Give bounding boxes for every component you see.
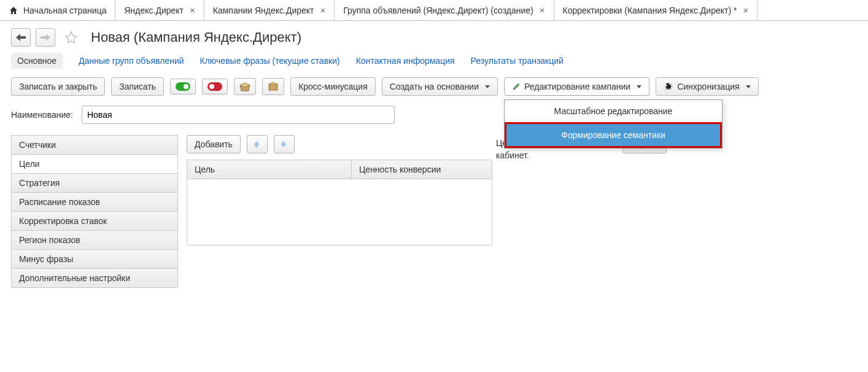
name-row: Наименование: [0,106,868,135]
side-item-goals[interactable]: Цели [12,155,177,174]
svg-point-1 [665,83,672,90]
name-input[interactable] [82,106,395,124]
move-down-button[interactable] [274,135,295,153]
sync-icon [664,82,673,91]
side-item-bid-adjust[interactable]: Корректировка ставок [12,212,177,231]
side-item-schedule[interactable]: Расписание показов [12,193,177,212]
box-open-button[interactable] [234,78,256,95]
section-link-transactions[interactable]: Результаты транзакций [471,56,564,66]
edit-campaign-dropdown-wrap: Редактирование кампании Масштабное редак… [504,77,649,96]
chevron-down-icon [637,85,641,88]
tab-label: Корректировки (Кампания Яндекс.Директ) * [563,6,737,15]
nav-forward-button[interactable] [36,28,55,47]
save-close-button[interactable]: Записать и закрыть [11,77,105,96]
main-area: Счетчики Цели Стратегия Расписание показ… [0,135,868,288]
toolbar: Записать и закрыть Записать Кросс-минуса… [0,77,868,106]
tab-yandex-direct[interactable]: Яндекс.Директ × [115,0,204,20]
toggle-on-icon [176,82,190,91]
tab-adjustments[interactable]: Корректировки (Кампания Яндекс.Директ) *… [554,0,758,20]
tab-label: Яндекс.Директ [124,6,184,15]
tab-label: Кампании Яндекс.Директ [213,6,314,15]
toggle-on-button[interactable] [170,79,196,95]
dropdown-item-mass-edit[interactable]: Масштабное редактирование [505,100,722,122]
header-row: Новая (Кампания Яндекс.Директ) [0,21,868,53]
home-icon [9,6,18,15]
chevron-down-icon [746,85,751,88]
arrow-up-icon [252,140,261,149]
section-tab-main[interactable]: Основное [11,53,63,69]
goals-table: Цель Ценность конверсии [187,160,492,246]
section-link-groups[interactable]: Данные групп объявлений [79,56,184,66]
nav-back-button[interactable] [11,28,31,47]
toggle-off-button[interactable] [202,79,228,95]
tabs-bar: Начальная страница Яндекс.Директ × Кампа… [0,0,868,21]
edit-campaign-dropdown: Масштабное редактирование Формирование с… [504,99,723,149]
section-link-keyphrases[interactable]: Ключевые фразы (текущие ставки) [200,56,340,66]
sync-label: Синхронизация [677,82,739,91]
cross-minus-button[interactable]: Кросс-минусация [290,77,376,96]
col-conversion-value[interactable]: Ценность конверсии [352,160,492,179]
table-header-row: Цель Ценность конверсии [187,160,492,179]
favorite-star-icon[interactable] [63,29,80,46]
tab-label: Группа объявлений (Яндекс.Директ) (созда… [343,6,533,15]
content-pane: Добавить Еще Цели появят кабинет. Цель Ц… [187,135,857,246]
chevron-down-icon [485,85,490,88]
add-button[interactable]: Добавить [187,135,241,153]
edit-campaign-label: Редактирование кампании [524,82,630,91]
pencil-icon [512,82,521,91]
edit-campaign-button[interactable]: Редактирование кампании [504,77,649,96]
side-item-counters[interactable]: Счетчики [12,136,177,155]
hint-line-2: кабинет. [496,150,529,160]
side-item-additional[interactable]: Дополнительные настройки [12,269,177,287]
col-goal[interactable]: Цель [187,160,352,179]
tab-campaigns[interactable]: Кампании Яндекс.Директ × [204,0,335,20]
close-icon[interactable]: × [743,5,748,15]
box-closed-button[interactable] [262,78,284,95]
create-based-button[interactable]: Создать на основании [382,77,498,96]
svg-rect-0 [269,84,277,90]
side-item-strategy[interactable]: Стратегия [12,174,177,193]
tab-home[interactable]: Начальная страница [0,0,115,20]
create-based-label: Создать на основании [390,82,479,91]
toggle-off-icon [207,82,222,91]
close-icon[interactable]: × [540,5,545,15]
box-open-icon [239,82,250,91]
move-up-button[interactable] [247,135,268,153]
side-item-region[interactable]: Регион показов [12,231,177,250]
name-label: Наименование: [11,110,73,120]
tab-label: Начальная страница [23,6,106,15]
section-link-contact[interactable]: Контактная информация [356,56,455,66]
dropdown-item-semantics[interactable]: Формирование семантики [505,122,722,148]
save-button[interactable]: Записать [111,77,164,96]
sync-button[interactable]: Синхронизация [656,77,758,96]
side-item-minus-phrases[interactable]: Минус фразы [12,250,177,269]
tab-ad-group[interactable]: Группа объявлений (Яндекс.Директ) (созда… [335,0,554,20]
close-icon[interactable]: × [190,5,195,15]
close-icon[interactable]: × [320,5,326,15]
arrow-down-icon [279,140,288,149]
page-title: Новая (Кампания Яндекс.Директ) [91,29,301,45]
section-nav: Основное Данные групп объявлений Ключевы… [0,53,868,77]
box-closed-icon [268,82,279,91]
side-list: Счетчики Цели Стратегия Расписание показ… [11,135,178,288]
